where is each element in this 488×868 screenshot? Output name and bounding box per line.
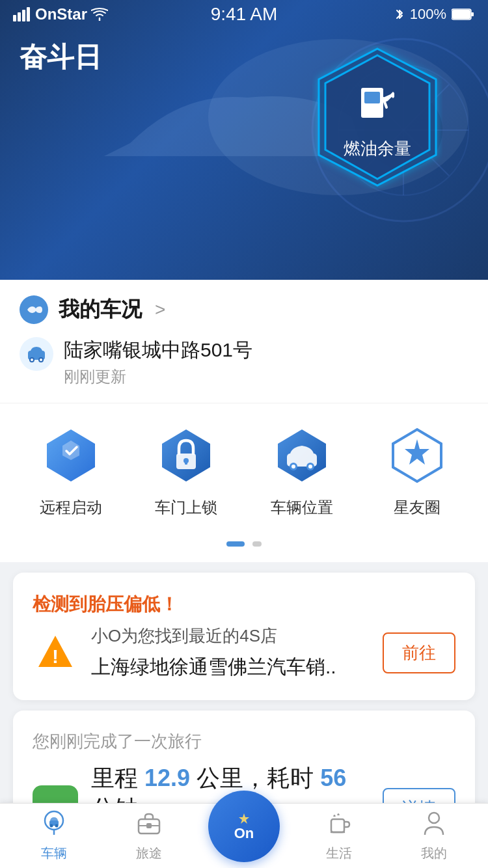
quick-actions-section: 远程启动 车门上锁 <box>0 403 488 531</box>
car-status-section[interactable]: 我的车况 > 陆家嘴银城中路501号 刚刚更新 <box>0 280 488 403</box>
buick-icon <box>24 300 44 319</box>
tab-life[interactable]: 生活 <box>291 810 386 862</box>
vehicle-location-icon <box>273 426 331 485</box>
battery-info: 100% <box>394 6 475 23</box>
svg-point-24 <box>40 359 42 361</box>
svg-rect-14 <box>471 12 474 16</box>
action-vehicle-location[interactable]: 车辆位置 <box>269 423 334 518</box>
svg-point-44 <box>50 824 53 827</box>
svg-text:!: ! <box>52 645 59 667</box>
action-star-circle-label: 星友圈 <box>394 497 441 518</box>
svg-rect-13 <box>452 10 470 19</box>
tab-vehicle[interactable]: 车辆 <box>7 810 102 862</box>
trip-distance-unit: 公里， <box>197 765 267 791</box>
hero-section: OnStar 9:41 AM 100% <box>0 0 488 280</box>
svg-point-35 <box>308 465 312 468</box>
page-dots <box>0 531 488 562</box>
svg-rect-10 <box>22 10 25 21</box>
action-door-lock[interactable]: 车门上锁 <box>154 423 219 518</box>
vehicle-location-icon-wrap <box>269 423 334 488</box>
status-time: 9:41 AM <box>211 4 278 25</box>
car-status-row[interactable]: 我的车况 > <box>20 295 468 324</box>
location-row: 陆家嘴银城中路501号 刚刚更新 <box>20 337 468 387</box>
tab-life-label: 生活 <box>326 845 352 862</box>
trip-duration-label: 耗时 <box>267 765 314 791</box>
svg-rect-50 <box>331 819 344 832</box>
star-icon-center <box>237 812 251 825</box>
action-door-lock-label: 车门上锁 <box>155 497 217 518</box>
svg-rect-11 <box>27 7 30 21</box>
tab-journey-icon <box>136 810 162 841</box>
location-time: 刚刚更新 <box>64 366 252 387</box>
tab-journey[interactable]: 旅途 <box>102 810 197 862</box>
life-tab-icon <box>326 810 352 835</box>
svg-point-34 <box>291 465 295 468</box>
tab-vehicle-icon <box>41 810 67 841</box>
svg-marker-49 <box>239 813 249 824</box>
svg-rect-29 <box>185 461 187 465</box>
alert-subtitle: 小O为您找到最近的4S店 <box>91 625 359 647</box>
dot-2 <box>252 541 262 547</box>
center-on-text: On <box>234 826 254 841</box>
location-address: 陆家嘴银城中路501号 <box>64 337 252 364</box>
car-status-title: 我的车况 <box>59 295 142 324</box>
door-lock-icon <box>157 426 215 485</box>
signal-icon <box>13 7 31 21</box>
action-star-circle[interactable]: 星友圈 <box>385 423 450 518</box>
vehicle-tab-icon <box>41 810 67 835</box>
carrier-info: OnStar <box>13 5 108 23</box>
mine-tab-icon <box>421 810 447 835</box>
location-icon-wrap <box>20 337 53 371</box>
warning-triangle-icon: ! <box>36 633 75 672</box>
remote-start-icon <box>42 426 100 485</box>
location-text-wrap: 陆家嘴银城中路501号 刚刚更新 <box>64 337 252 387</box>
door-lock-icon-wrap <box>154 423 219 488</box>
dot-1 <box>226 541 245 547</box>
location-car-icon <box>25 343 47 365</box>
tab-mine[interactable]: 我的 <box>386 810 481 862</box>
tab-center-wrap: On <box>197 810 291 862</box>
action-vehicle-location-label: 车辆位置 <box>271 497 333 518</box>
tab-vehicle-label: 车辆 <box>41 845 67 862</box>
fuel-icon <box>351 75 403 129</box>
action-remote-start[interactable]: 远程启动 <box>38 423 103 518</box>
tab-life-icon <box>326 810 352 841</box>
bluetooth-icon <box>394 7 405 22</box>
svg-point-52 <box>429 813 439 823</box>
alert-text-wrap: 小O为您找到最近的4S店 上海绿地徐通雪佛兰汽车销.. <box>91 625 359 681</box>
trip-title: 您刚刚完成了一次旅行 <box>33 730 455 753</box>
svg-point-23 <box>31 359 33 361</box>
tab-bar: 车辆 旅途 On <box>0 803 488 868</box>
svg-marker-37 <box>405 439 429 465</box>
fuel-indicator[interactable]: 燃油余量 <box>306 39 449 195</box>
trip-distance: 12.9 <box>144 765 190 791</box>
alert-title: 检测到胎压偏低！ <box>33 592 455 617</box>
status-bar: OnStar 9:41 AM 100% <box>0 0 488 29</box>
carrier-name: OnStar <box>35 5 87 23</box>
journey-tab-icon <box>136 810 162 835</box>
fuel-label: 燃油余量 <box>344 137 411 160</box>
svg-rect-8 <box>13 15 16 21</box>
star-circle-icon <box>388 426 446 485</box>
svg-rect-48 <box>146 823 152 828</box>
action-remote-start-label: 远程启动 <box>40 497 102 518</box>
warning-icon-wrap: ! <box>33 630 78 675</box>
battery-percent: 100% <box>410 6 446 23</box>
actions-grid: 远程启动 车门上锁 <box>13 423 475 518</box>
tab-mine-label: 我的 <box>421 845 447 862</box>
chevron-right-icon: > <box>155 299 165 320</box>
fuel-hexagon: 燃油余量 <box>312 46 442 189</box>
tab-mine-icon <box>421 810 447 841</box>
trip-duration: 56 <box>320 765 346 791</box>
star-circle-icon-wrap <box>385 423 450 488</box>
center-on-button[interactable]: On <box>208 791 280 862</box>
remote-start-icon-wrap <box>38 423 103 488</box>
alert-body: ! 小O为您找到最近的4S店 上海绿地徐通雪佛兰汽车销.. 前往 <box>33 625 455 681</box>
app-title: 奋斗日 <box>20 39 102 75</box>
svg-rect-18 <box>364 92 380 103</box>
tab-journey-label: 旅途 <box>136 845 162 862</box>
goto-button[interactable]: 前往 <box>383 632 455 673</box>
svg-rect-9 <box>18 12 21 21</box>
alert-card: 检测到胎压偏低！ ! 小O为您找到最近的4S店 上海绿地徐通雪佛兰汽车销.. 前… <box>13 573 475 700</box>
alert-dealer: 上海绿地徐通雪佛兰汽车销.. <box>91 654 359 681</box>
